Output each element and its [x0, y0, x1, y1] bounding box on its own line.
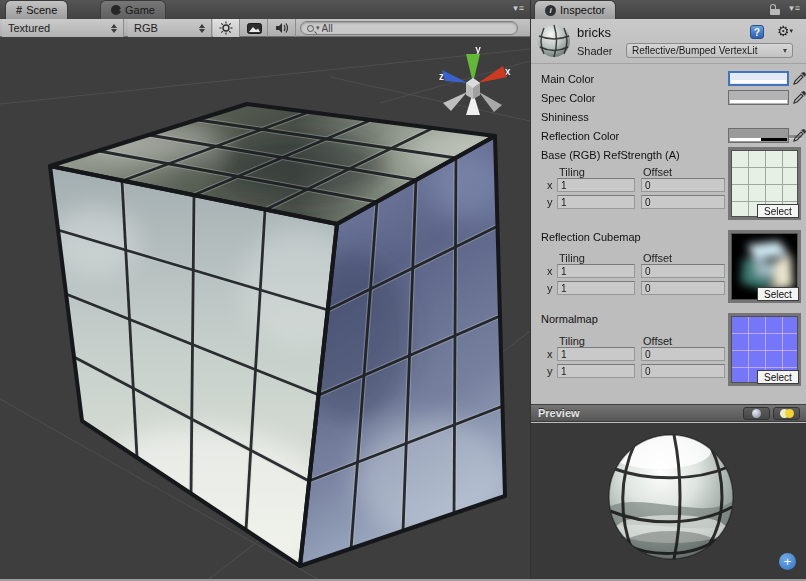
- inspector-tabbar: i Inspector ▾≡: [530, 0, 806, 19]
- scene-orientation-gizmo[interactable]: y x z: [425, 37, 530, 127]
- main-color-swatch[interactable]: [728, 71, 789, 86]
- material-header: bricks Shader Reflective/Bumped VertexLi…: [531, 19, 806, 64]
- texture-label: Base (RGB) RefStrength (A): [541, 149, 680, 161]
- offset-x-input[interactable]: [641, 264, 725, 278]
- tiling-header: Tiling: [559, 252, 585, 264]
- render-mode-value: Textured: [8, 22, 50, 34]
- material-name: bricks: [577, 25, 611, 40]
- spec-color-swatch[interactable]: [728, 90, 789, 105]
- select-button[interactable]: Select: [757, 370, 799, 384]
- eyedropper-icon[interactable]: [793, 90, 806, 104]
- gear-icon[interactable]: ⚙▾: [777, 23, 793, 39]
- gizmo-z-cone[interactable]: [442, 70, 468, 83]
- offset-x-input[interactable]: [641, 347, 725, 361]
- offset-y-input[interactable]: [641, 281, 725, 295]
- shader-label: Shader: [577, 45, 612, 57]
- sphere-icon: [752, 409, 761, 418]
- shader-dropdown[interactable]: Reflective/Bumped VertexLit ▾: [626, 43, 793, 58]
- render-mode-dropdown[interactable]: Textured: [2, 19, 124, 37]
- x-axis-label: x: [547, 265, 553, 277]
- tab-game[interactable]: Game: [101, 1, 165, 19]
- shininess-label: Shininess: [541, 111, 589, 123]
- scene-grid-icon: #: [16, 4, 22, 16]
- tab-game-label: Game: [125, 4, 155, 16]
- x-axis-label: x: [547, 348, 553, 360]
- inspector-panel-menu-icon[interactable]: ▾≡: [789, 3, 801, 13]
- offset-header: Offset: [643, 335, 672, 347]
- audio-toggle-button[interactable]: [269, 19, 296, 37]
- gizmo-x-cone[interactable]: [478, 66, 507, 83]
- offset-y-input[interactable]: [641, 195, 725, 209]
- reflection-color-swatch[interactable]: [728, 128, 789, 143]
- help-icon[interactable]: ?: [750, 25, 764, 39]
- x-axis-label: x: [547, 179, 553, 191]
- tab-inspector-label: Inspector: [560, 4, 605, 16]
- select-button[interactable]: Select: [757, 204, 799, 218]
- color-mode-dropdown[interactable]: RGB: [128, 19, 212, 37]
- base-texture-thumbnail[interactable]: Select: [728, 147, 801, 220]
- updown-arrows-icon: [191, 24, 205, 33]
- preview-title: Preview: [538, 407, 580, 419]
- gizmo-y-label: y: [475, 44, 481, 55]
- material-preview-thumbnail[interactable]: [536, 23, 572, 59]
- scene-toolbar: Textured RGB: [0, 19, 530, 37]
- game-icon: [111, 5, 121, 15]
- tiling-x-input[interactable]: [557, 264, 635, 278]
- sun-icon: [219, 21, 233, 35]
- preview-sphere-render: [531, 423, 806, 579]
- color-mode-value: RGB: [134, 22, 158, 34]
- cubemap-texture-thumbnail[interactable]: Select: [728, 230, 801, 303]
- eyedropper-icon[interactable]: [793, 71, 806, 85]
- tab-inspector[interactable]: i Inspector: [535, 1, 615, 19]
- offset-header: Offset: [643, 166, 672, 178]
- search-icon: [307, 25, 314, 32]
- spec-color-label: Spec Color: [541, 92, 595, 104]
- scene-search-field[interactable]: ▾: [300, 21, 518, 35]
- unity-editor-window: # Scene Game ▾≡ Textured RGB: [0, 0, 806, 581]
- scene-viewport[interactable]: y x z: [0, 37, 530, 579]
- scene-tabbar: # Scene Game ▾≡: [0, 0, 530, 19]
- preview-lighting-button[interactable]: [773, 407, 800, 420]
- reflection-color-label: Reflection Color: [541, 130, 619, 142]
- add-preview-button[interactable]: +: [779, 553, 796, 570]
- tiling-x-input[interactable]: [557, 347, 635, 361]
- texture-label: Reflection Cubemap: [541, 231, 641, 243]
- offset-y-input[interactable]: [641, 364, 725, 378]
- tiling-y-input[interactable]: [557, 364, 635, 378]
- select-button[interactable]: Select: [757, 287, 799, 301]
- updown-arrows-icon: [103, 24, 117, 33]
- two-lights-icon: [780, 409, 794, 418]
- y-axis-label: y: [547, 365, 553, 377]
- offset-x-input[interactable]: [641, 178, 725, 192]
- shader-value: Reflective/Bumped VertexLit: [632, 45, 758, 56]
- chevron-down-icon: ▾: [783, 46, 787, 55]
- y-axis-label: y: [547, 282, 553, 294]
- tiling-y-input[interactable]: [557, 281, 635, 295]
- scene-panel-menu-icon[interactable]: ▾≡: [513, 3, 525, 13]
- normalmap-texture-thumbnail[interactable]: Select: [728, 313, 801, 386]
- preview-header[interactable]: Preview: [531, 404, 806, 422]
- gizmo-axis-cone[interactable]: [479, 92, 502, 112]
- lighting-toggle-button[interactable]: [213, 19, 240, 37]
- search-input[interactable]: [322, 23, 492, 34]
- preview-sphere-mode-button[interactable]: [743, 407, 770, 420]
- tiling-header: Tiling: [559, 335, 585, 347]
- main-color-label: Main Color: [541, 73, 594, 85]
- lock-icon[interactable]: [770, 4, 780, 15]
- y-axis-label: y: [547, 196, 553, 208]
- speaker-icon: [275, 22, 289, 34]
- offset-header: Offset: [643, 252, 672, 264]
- tab-scene[interactable]: # Scene: [6, 1, 67, 19]
- tiling-header: Tiling: [559, 166, 585, 178]
- eyedropper-icon[interactable]: [793, 128, 806, 142]
- texture-label: Normalmap: [541, 313, 598, 325]
- skybox-fx-toggle-button[interactable]: [241, 19, 268, 37]
- image-icon: [247, 23, 262, 34]
- search-filter-caret-icon: ▾: [316, 24, 320, 32]
- inspector-panel: bricks Shader Reflective/Bumped VertexLi…: [530, 19, 806, 579]
- gizmo-axis-cone[interactable]: [443, 92, 467, 111]
- preview-area[interactable]: +: [531, 423, 806, 579]
- tiling-x-input[interactable]: [557, 178, 635, 192]
- tab-scene-label: Scene: [26, 4, 57, 16]
- tiling-y-input[interactable]: [557, 195, 635, 209]
